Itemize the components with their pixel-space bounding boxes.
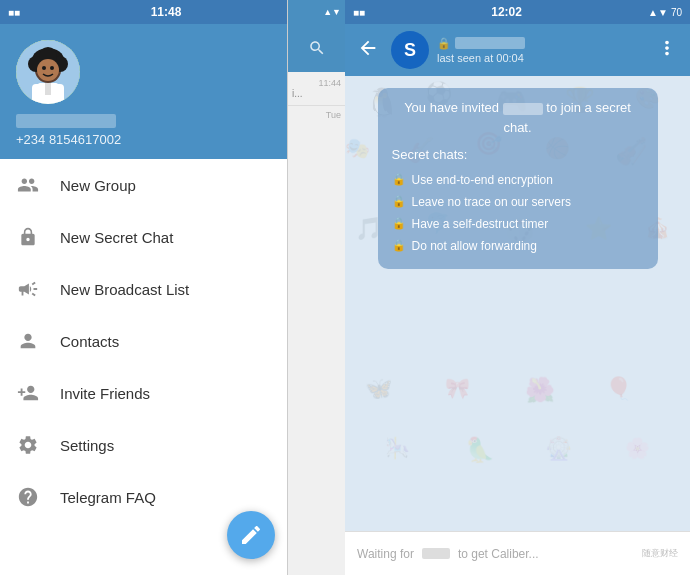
- svg-point-9: [50, 66, 54, 70]
- more-options-button[interactable]: [652, 33, 682, 68]
- invite-icon: [16, 381, 40, 405]
- new-group-label: New Group: [60, 177, 136, 194]
- wm-23: 🌸: [625, 436, 650, 460]
- feature-label-2: Leave no trace on our servers: [412, 193, 571, 211]
- right-status-icons: ▲▼ 70: [648, 7, 682, 18]
- message-area: You have invited to join a secret chat. …: [345, 76, 690, 281]
- left-carrier: ■■: [8, 7, 20, 18]
- secret-chats-title: Secret chats:: [392, 145, 644, 165]
- feature-lock-icon-2: 🔒: [392, 193, 406, 210]
- strip-time: 11:44: [292, 78, 341, 88]
- strip-preview-text: i...: [292, 88, 341, 99]
- invite-text: You have invited to join a secret chat.: [392, 98, 644, 137]
- right-time: 12:02: [491, 5, 522, 19]
- wm-21: 🦜: [465, 436, 495, 464]
- chat-header: S 🔒 last seen at 00:04: [345, 24, 690, 76]
- right-battery: 70: [671, 7, 682, 18]
- settings-icon: [16, 433, 40, 457]
- broadcast-label: New Broadcast List: [60, 281, 189, 298]
- profile-phone: +234 8154617002: [16, 132, 329, 147]
- chat-name-blur: [455, 37, 525, 49]
- waiting-prefix: Waiting for: [357, 547, 414, 561]
- feature-label-4: Do not allow forwarding: [412, 237, 537, 255]
- chat-avatar-letter: S: [404, 40, 416, 61]
- feature-lock-icon-1: 🔒: [392, 171, 406, 188]
- compose-fab[interactable]: [227, 511, 275, 559]
- watermark-area: 随意财经: [642, 547, 678, 560]
- feature-item-1: 🔒 Use end-to-end encryption: [392, 171, 644, 189]
- wm-16: 🦋: [365, 376, 392, 402]
- chat-lock-icon: 🔒: [437, 37, 451, 50]
- new-secret-chat-label: New Secret Chat: [60, 229, 173, 246]
- left-time: 11:48: [151, 5, 182, 19]
- chat-body: 🐧 ⚽ 🎮 🏆 🎨 🎭 🎸 🎯 🏀 🎻 🎵 🐬 🎲 ⭐ 🎪 🦋 🎀 🌺 🎈 🎠 …: [345, 76, 690, 531]
- strip-date: Tue: [288, 106, 345, 124]
- search-icon[interactable]: [308, 39, 326, 57]
- profile-name-blur: [16, 114, 116, 128]
- avatar: [16, 40, 80, 104]
- status-bar-right: ■■ 12:02 ▲▼ 70: [345, 0, 690, 24]
- settings-label: Settings: [60, 437, 114, 454]
- feature-lock-icon-3: 🔒: [392, 215, 406, 232]
- strip-signal: ▲▼: [323, 7, 341, 17]
- chat-strip: ▲▼ 11:44 i... Tue: [287, 0, 345, 575]
- waiting-suffix: to get Caliber...: [458, 547, 539, 561]
- wm-18: 🌺: [525, 376, 555, 404]
- waiting-name-blur: [422, 548, 450, 559]
- invite-label: Invite Friends: [60, 385, 150, 402]
- feature-item-2: 🔒 Leave no trace on our servers: [392, 193, 644, 211]
- invite-text-1: You have invited: [404, 100, 503, 115]
- svg-point-7: [37, 59, 59, 81]
- strip-chat-item[interactable]: 11:44 i...: [288, 72, 345, 106]
- right-signal-icon: ▲▼: [648, 7, 668, 18]
- chat-input-bar: Waiting for to get Caliber... 随意财经: [345, 531, 690, 575]
- svg-point-8: [42, 66, 46, 70]
- broadcast-icon: [16, 277, 40, 301]
- invited-name-blur: [503, 103, 543, 115]
- chat-avatar: S: [391, 31, 429, 69]
- avatar-image: [16, 40, 80, 104]
- strip-status: ▲▼: [288, 0, 345, 24]
- feature-label-3: Have a self-destruct timer: [412, 215, 549, 233]
- feature-label-1: Use end-to-end encryption: [412, 171, 553, 189]
- right-panel: ■■ 12:02 ▲▼ 70 S 🔒 last seen at 00:04: [345, 0, 690, 575]
- back-button[interactable]: [353, 33, 383, 68]
- left-panel: ■■ 11:48 ▲ 70: [0, 0, 345, 575]
- feature-item-3: 🔒 Have a self-destruct timer: [392, 215, 644, 233]
- chat-name-row: 🔒: [437, 37, 644, 50]
- wm-17: 🎀: [445, 376, 470, 400]
- strip-search: [288, 24, 345, 72]
- chat-last-seen: last seen at 00:04: [437, 52, 644, 64]
- lock-icon: [16, 225, 40, 249]
- chat-info: 🔒 last seen at 00:04: [437, 37, 644, 64]
- wm-19: 🎈: [605, 376, 632, 402]
- wm-20: 🎠: [385, 436, 410, 460]
- contacts-icon: [16, 329, 40, 353]
- faq-icon: [16, 485, 40, 509]
- contacts-label: Contacts: [60, 333, 119, 350]
- feature-lock-icon-4: 🔒: [392, 237, 406, 254]
- feature-item-4: 🔒 Do not allow forwarding: [392, 237, 644, 255]
- faq-label: Telegram FAQ: [60, 489, 156, 506]
- svg-rect-11: [45, 83, 51, 95]
- watermark-text: 随意财经: [642, 547, 678, 560]
- right-carrier: ■■: [353, 7, 365, 18]
- system-message-bubble: You have invited to join a secret chat. …: [378, 88, 658, 269]
- group-icon: [16, 173, 40, 197]
- avatar-svg: [16, 40, 80, 104]
- wm-22: 🎡: [545, 436, 572, 462]
